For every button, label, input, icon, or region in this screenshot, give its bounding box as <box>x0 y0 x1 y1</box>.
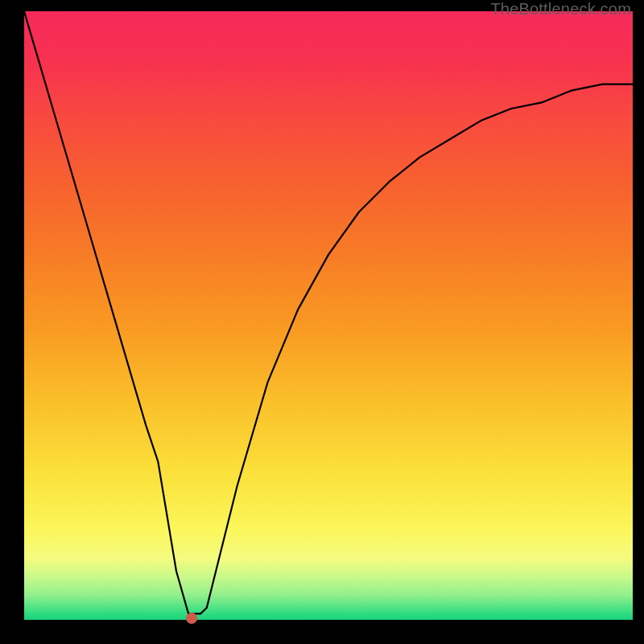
bottleneck-curve <box>24 11 633 620</box>
chart-frame: TheBottleneck.com <box>0 0 644 644</box>
plot-area <box>24 11 633 620</box>
marker-dot <box>186 613 197 624</box>
watermark-text: TheBottleneck.com <box>490 0 631 19</box>
